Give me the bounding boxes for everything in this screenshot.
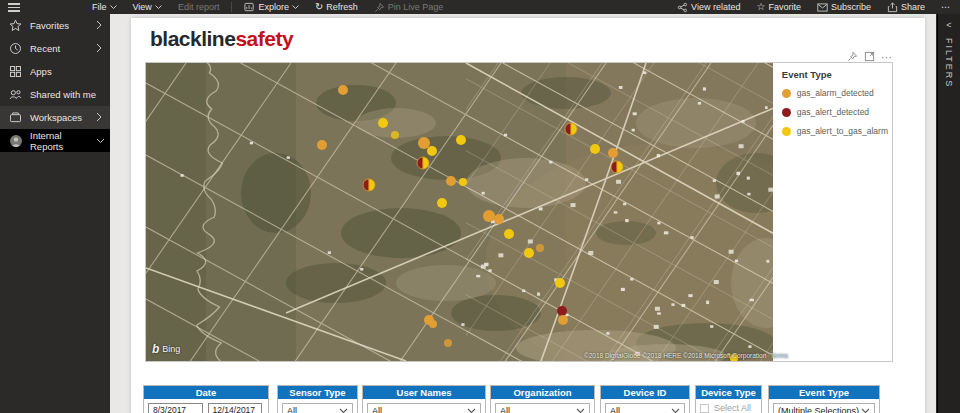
legend-item[interactable]: gas_alarm_detected [782,88,888,98]
slicer-header: Device ID [601,386,689,399]
slicer-selected-value: All [610,406,671,413]
file-menu[interactable]: File [84,0,125,14]
event-marker[interactable] [378,118,388,128]
legend-item[interactable]: gas_alert_detected [782,107,888,117]
event-marker[interactable] [459,178,467,186]
sidebar-item-recent[interactable]: Recent [0,37,110,60]
powerbi-app: File View Edit report Explore ↻ Refresh [0,0,960,413]
event-marker[interactable] [504,229,514,239]
event-marker[interactable] [456,135,466,145]
event-marker[interactable] [557,306,567,316]
share-label: Share [901,2,925,12]
nav-sidebar: FavoritesRecentAppsShared with meWorkspa… [0,14,110,413]
star-icon [9,19,22,32]
chevron-right-icon [96,20,104,32]
event-marker[interactable] [555,278,565,288]
slicer-body: All [601,399,689,413]
event-marker[interactable] [558,315,568,325]
slicer-dropdown[interactable]: All [495,403,590,413]
event-marker[interactable] [427,146,437,156]
legend-item[interactable]: gas_alert_to_gas_alarm [782,126,888,136]
refresh-icon: ↻ [315,2,323,12]
event-marker[interactable] [590,144,600,154]
share-button[interactable]: Share [879,0,933,14]
bing-b-icon: b [152,342,159,356]
slicer-dropdown[interactable]: All [367,403,481,413]
slicer-device-id: Device IDAll [600,385,690,413]
favorite-button[interactable]: ☆ Favorite [748,0,808,14]
pin-live-page-label: Pin Live Page [388,2,444,12]
pin-visual-icon[interactable] [847,51,858,62]
event-marker[interactable] [437,198,447,208]
event-marker[interactable] [446,176,456,186]
pin-live-page-button: Pin Live Page [366,0,452,14]
focus-mode-icon[interactable] [864,51,875,62]
select-all-checkbox[interactable] [700,404,709,413]
slicer-event-type: Event Type(Multiple Selections) [768,385,880,413]
event-marker[interactable] [608,148,618,158]
related-icon [677,2,688,13]
event-marker[interactable] [429,320,437,328]
view-menu-label: View [133,2,152,12]
sidebar-item-label: Internal Reports [30,130,96,152]
chevron-down-icon [467,408,476,413]
date-start-input[interactable] [148,403,203,413]
event-marker[interactable] [391,131,399,139]
slicer-dropdown[interactable]: (Multiple Selections) [773,403,875,413]
event-marker[interactable] [524,248,534,258]
chevron-down-icon [339,408,348,413]
view-menu[interactable]: View [125,0,170,14]
sidebar-item-favorites[interactable]: Favorites [0,14,110,37]
share-icon [887,2,898,13]
event-marker[interactable] [418,137,430,149]
explore-label: Explore [258,2,289,12]
sidebar-item-shared-with-me[interactable]: Shared with me [0,83,110,106]
sidebar-item-workspaces[interactable]: Workspaces [0,106,110,129]
legend-item-label: gas_alert_detected [797,107,869,117]
chevron-down-icon [155,5,162,10]
sidebar-item-label: Workspaces [30,112,96,123]
slicer-header: Event Type [769,386,879,399]
slicer-organization: OrganizationAll [490,385,595,413]
date-end-input[interactable] [208,403,263,413]
workspaces-icon [9,111,22,124]
event-marker[interactable] [483,210,495,222]
event-marker[interactable] [494,214,504,224]
view-related-button[interactable]: View related [669,0,748,14]
chevron-down-icon [671,408,680,413]
more-options-button[interactable]: ⋯ [933,0,958,14]
legend-items: gas_alarm_detectedgas_alert_detectedgas_… [782,88,888,136]
slicer-selected-value: (Multiple Selections) [778,406,861,413]
bing-map[interactable] [146,63,773,361]
top-menu-right: View related ☆ Favorite Subscribe Share … [669,0,958,14]
slicer-header: User Names [363,386,485,399]
terms-link[interactable]: Terms [770,352,788,359]
sidebar-item-apps[interactable]: Apps [0,60,110,83]
sidebar-item-label: Apps [30,66,96,77]
slicer-header: Device Type [696,386,761,399]
bing-logo[interactable]: b Bing [152,342,180,356]
slicer-body: All [491,399,594,413]
event-marker[interactable] [338,85,348,95]
event-marker[interactable] [536,244,544,252]
event-marker[interactable] [444,339,452,347]
slicer-dropdown[interactable]: All [282,403,353,413]
pin-icon [374,2,385,13]
event-marker[interactable] [317,140,327,150]
slicer-body [144,399,268,413]
refresh-button[interactable]: ↻ Refresh [307,0,366,14]
hamburger-menu-icon[interactable] [8,3,20,12]
slicer-header: Organization [491,386,594,399]
select-all-label: Select All [714,403,751,413]
explore-icon [244,2,255,13]
slicer-dropdown[interactable]: All [605,403,685,413]
explore-button[interactable]: Explore [236,0,307,14]
blackline-safety-logo: blacklinesafety [150,27,293,51]
slicer-body: Select All [696,399,761,413]
sidebar-item-internal-reports[interactable]: Internal Reports [0,129,110,152]
subscribe-button[interactable]: Subscribe [809,0,879,14]
filters-pane-collapsed[interactable]: < FILTERS [937,14,960,413]
slicer-header: Date [144,386,268,399]
visual-more-options-icon[interactable]: ⋯ [881,53,893,61]
expand-filters-icon[interactable]: < [946,20,951,30]
